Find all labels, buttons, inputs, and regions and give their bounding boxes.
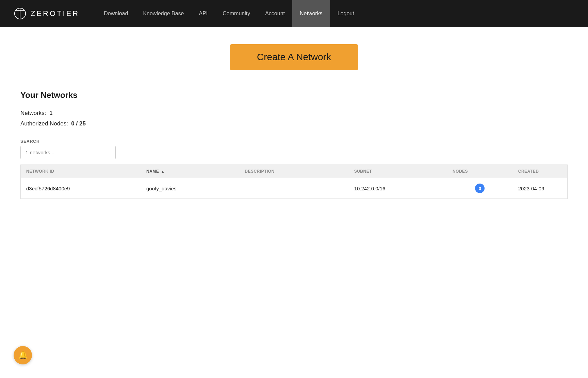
cell-created: 2023-04-09 [513, 178, 568, 199]
authorized-nodes-label: Authorized Nodes: [20, 120, 68, 127]
search-section: SEARCH [20, 139, 568, 165]
authorized-nodes-row: Authorized Nodes: 0 / 25 [20, 119, 568, 129]
col-header-network-id[interactable]: NETWORK ID [21, 165, 141, 178]
networks-table: NETWORK ID NAME ▲ DESCRIPTION SUBNET NOD… [20, 165, 568, 199]
cell-subnet: 10.242.0.0/16 [349, 178, 447, 199]
col-header-description[interactable]: DESCRIPTION [239, 165, 348, 178]
nav-item-logout[interactable]: Logout [330, 0, 362, 27]
nav-item-download[interactable]: Download [96, 0, 135, 27]
networks-label: Networks: [20, 110, 46, 116]
cell-network-id: d3ecf5726d8400e9 [21, 178, 141, 199]
authorized-nodes-value: 0 / 25 [71, 120, 86, 127]
col-header-subnet[interactable]: SUBNET [349, 165, 447, 178]
col-header-nodes[interactable]: NODES [447, 165, 513, 178]
networks-stats: Networks: 1 Authorized Nodes: 0 / 25 [20, 108, 568, 129]
cell-nodes: 0 [447, 178, 513, 199]
nav-item-community[interactable]: Community [215, 0, 258, 27]
nav-item-account[interactable]: Account [258, 0, 292, 27]
col-header-name[interactable]: NAME ▲ [141, 165, 239, 178]
logo: ZEROTIER [14, 7, 79, 20]
nodes-badge: 0 [475, 184, 485, 193]
cell-description [239, 178, 348, 199]
search-label: SEARCH [20, 139, 568, 144]
table-body: d3ecf5726d8400e9 goofy_davies 10.242.0.0… [21, 178, 568, 199]
networks-count-value: 1 [49, 110, 52, 116]
your-networks-title: Your Networks [20, 90, 568, 100]
cell-name: goofy_davies [141, 178, 239, 199]
notification-bell-button[interactable]: 🔔 [14, 346, 32, 364]
search-input[interactable] [20, 146, 116, 159]
create-network-button[interactable]: Create A Network [230, 44, 358, 70]
table-row[interactable]: d3ecf5726d8400e9 goofy_davies 10.242.0.0… [21, 178, 568, 199]
zerotier-logo-icon [14, 7, 27, 20]
nav-item-api[interactable]: API [191, 0, 215, 27]
table-header: NETWORK ID NAME ▲ DESCRIPTION SUBNET NOD… [21, 165, 568, 178]
logo-text: ZEROTIER [31, 9, 79, 18]
networks-count-row: Networks: 1 [20, 108, 568, 119]
main-nav: Download Knowledge Base API Community Ac… [96, 0, 361, 27]
main-content: Create A Network Your Networks Networks:… [0, 27, 588, 378]
create-button-wrapper: Create A Network [20, 44, 568, 70]
nav-item-networks[interactable]: Networks [292, 0, 330, 27]
sort-arrow-icon: ▲ [161, 170, 164, 173]
col-header-created[interactable]: CREATED [513, 165, 568, 178]
app-header: ZEROTIER Download Knowledge Base API Com… [0, 0, 588, 27]
nav-item-knowledge-base[interactable]: Knowledge Base [135, 0, 191, 27]
bell-icon: 🔔 [18, 351, 28, 360]
